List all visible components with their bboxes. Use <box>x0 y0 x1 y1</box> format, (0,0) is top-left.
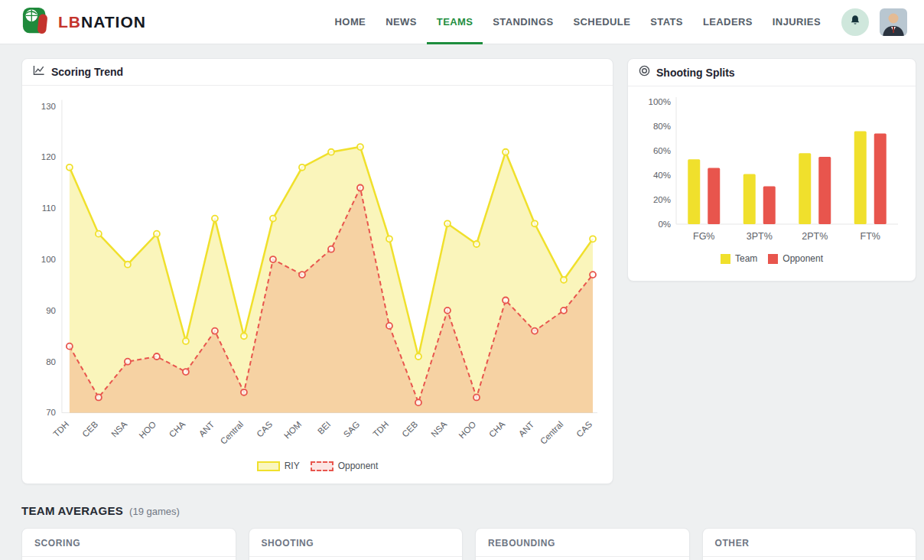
svg-text:90: 90 <box>46 306 56 315</box>
team-label: Team <box>735 253 757 264</box>
avatar[interactable] <box>880 8 907 36</box>
nav-item-injuries[interactable]: INJURIES <box>763 0 831 44</box>
shooting-averages-card: SHOOTING <box>249 528 464 560</box>
svg-text:NSA: NSA <box>109 419 129 438</box>
svg-text:NSA: NSA <box>429 419 448 438</box>
main-nav: HOME NEWS TEAMS STANDINGS SCHEDULE STATS… <box>325 0 831 44</box>
svg-text:CAS: CAS <box>255 419 274 438</box>
shooting-splits-chart: 0%20%40%60%80%100%FG%3PT%2PT%FT% <box>639 88 905 250</box>
svg-text:CEB: CEB <box>80 419 99 438</box>
svg-text:TDH: TDH <box>371 419 390 438</box>
opponent-swatch <box>311 461 333 471</box>
scoring-trend-title: Scoring Trend <box>51 66 123 78</box>
svg-text:CHA: CHA <box>168 419 187 439</box>
opp-swatch <box>768 254 778 264</box>
nav-item-teams[interactable]: TEAMS <box>427 0 483 44</box>
svg-text:80: 80 <box>46 357 56 366</box>
team-averages-title: TEAM AVERAGES <box>21 504 123 517</box>
games-count: (19 games) <box>129 506 180 517</box>
legend-item-opponent: Opponent <box>311 461 379 471</box>
content-area: Scoring Trend 708090100110120130TDHCEBNS… <box>21 58 916 484</box>
nav-item-leaders[interactable]: LEADERS <box>693 0 763 44</box>
legend-item-riy: RIY <box>257 461 300 471</box>
svg-text:70: 70 <box>46 408 56 417</box>
svg-text:TDH: TDH <box>51 419 70 438</box>
legend-item-team: Team <box>721 253 757 264</box>
svg-text:Central: Central <box>219 419 246 446</box>
bell-icon <box>848 14 862 30</box>
nav-item-standings[interactable]: STANDINGS <box>483 0 563 44</box>
team-swatch <box>721 254 730 264</box>
legend-item-opp: Opponent <box>768 253 823 264</box>
svg-text:HOO: HOO <box>137 419 158 440</box>
rebounding-averages-card: REBOUNDING <box>475 528 690 560</box>
nav-item-home[interactable]: HOME <box>325 0 376 44</box>
header: LBNATION HOME NEWS TEAMS STANDINGS SCHED… <box>0 0 924 44</box>
logo-icon <box>21 6 50 38</box>
svg-text:HOO: HOO <box>457 419 477 440</box>
svg-text:60%: 60% <box>653 146 671 155</box>
svg-text:HOM: HOM <box>282 419 303 440</box>
svg-text:ANT: ANT <box>197 419 216 438</box>
shooting-splits-title: Shooting Splits <box>656 67 735 79</box>
riy-label: RIY <box>285 461 300 471</box>
brand[interactable]: LBNATION <box>21 6 146 38</box>
svg-text:SAG: SAG <box>342 419 362 439</box>
svg-text:FT%: FT% <box>861 231 880 242</box>
svg-text:40%: 40% <box>653 171 671 180</box>
nav-item-news[interactable]: NEWS <box>376 0 427 44</box>
svg-text:CAS: CAS <box>574 419 594 438</box>
nav-item-schedule[interactable]: SCHEDULE <box>564 0 641 44</box>
shooting-splits-legend: Team Opponent <box>639 253 905 264</box>
svg-text:BEI: BEI <box>316 419 333 436</box>
scoring-averages-header: SCORING <box>22 529 236 557</box>
svg-text:100: 100 <box>41 255 56 264</box>
brand-text: LBNATION <box>58 13 146 31</box>
other-averages-card: OTHER <box>702 528 917 560</box>
target-icon <box>639 65 650 80</box>
svg-text:CEB: CEB <box>400 419 419 438</box>
svg-text:2PT%: 2PT% <box>802 231 828 242</box>
opp-label: Opponent <box>782 253 823 264</box>
svg-text:3PT%: 3PT% <box>747 231 773 242</box>
svg-text:130: 130 <box>41 102 56 111</box>
rebounding-averages-header: REBOUNDING <box>476 529 689 557</box>
svg-text:ANT: ANT <box>517 419 536 438</box>
shooting-averages-header: SHOOTING <box>249 529 463 557</box>
svg-text:FG%: FG% <box>693 231 714 242</box>
svg-text:110: 110 <box>42 203 56 213</box>
other-averages-header: OTHER <box>703 529 916 557</box>
brand-lb: LB <box>58 13 81 31</box>
nav-item-stats[interactable]: STATS <box>640 0 693 44</box>
notifications-button[interactable] <box>841 8 869 36</box>
brand-nation: NATION <box>81 13 146 31</box>
team-averages-section: TEAM AVERAGES (19 games) SCORING SHOOTIN… <box>21 504 916 560</box>
svg-text:CHA: CHA <box>487 419 507 439</box>
scoring-trend-chart: 708090100110120130TDHCEBNSAHOOCHAANTCent… <box>33 87 602 457</box>
scoring-trend-card: Scoring Trend 708090100110120130TDHCEBNS… <box>21 58 613 484</box>
svg-text:20%: 20% <box>653 195 671 204</box>
svg-text:120: 120 <box>41 152 56 161</box>
chart-line-icon <box>33 65 45 79</box>
svg-text:0%: 0% <box>658 220 671 229</box>
svg-text:80%: 80% <box>653 122 671 131</box>
scoring-trend-legend: RIY Opponent <box>33 461 602 471</box>
svg-text:Central: Central <box>538 419 565 446</box>
riy-swatch <box>257 461 280 471</box>
opponent-label: Opponent <box>338 461 379 471</box>
shooting-splits-card: Shooting Splits 0%20%40%60%80%100%FG%3PT… <box>627 58 916 282</box>
svg-text:100%: 100% <box>649 97 671 106</box>
scoring-averages-card: SCORING <box>21 528 236 560</box>
